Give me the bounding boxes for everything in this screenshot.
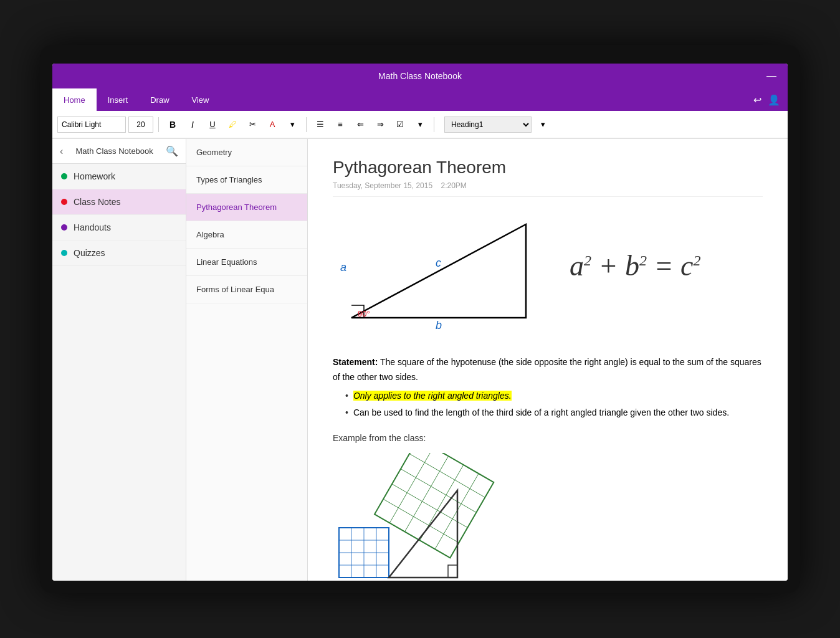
- page-item-algebra[interactable]: Algebra: [186, 221, 307, 249]
- bullet-list: • Only applies to the right angled trian…: [345, 389, 763, 421]
- section-label-quizzes: Quizzes: [74, 248, 105, 258]
- svg-text:b: b: [436, 319, 442, 331]
- format-dropdown-button[interactable]: ▾: [284, 117, 301, 133]
- section-dot-quizzes: [61, 250, 67, 256]
- main-area: ‹ Math Class Notebook 🔍 Homework Class N…: [52, 139, 788, 581]
- app-window: Math Class Notebook — Home Insert Draw V…: [52, 64, 788, 581]
- svg-text:c: c: [436, 257, 441, 269]
- undo-button[interactable]: ↩: [753, 94, 761, 106]
- note-date-text: Tuesday, September 15, 2015: [333, 181, 432, 190]
- tab-draw[interactable]: Draw: [139, 88, 180, 111]
- sections-header: ‹ Math Class Notebook 🔍: [52, 139, 186, 164]
- ribbon-toolbar: B I U 🖊 ✂ A ▾ ☰ ≡ ⇐ ⇒ ☑ ▾ Heading1 Headi…: [52, 111, 788, 138]
- formula-text: a2 + b2 = c2: [570, 249, 701, 282]
- section-label-handouts: Handouts: [74, 222, 111, 232]
- section-dot-handouts: [61, 224, 67, 231]
- back-button[interactable]: ‹: [60, 146, 63, 157]
- heading-selector[interactable]: Heading1 Heading2 Normal: [444, 117, 532, 133]
- pages-panel: Geometry Types of Triangles Pythagorean …: [186, 139, 308, 581]
- bullet-text-2: Can be used to find the length of the th…: [353, 406, 729, 421]
- bullet-item-1: • Only applies to the right angled trian…: [345, 389, 763, 404]
- ribbon-tabs: Home Insert Draw View ↩ 👤: [52, 88, 788, 111]
- clear-format-button[interactable]: A: [264, 117, 281, 133]
- statement-section: Statement: The square of the hypotenuse …: [333, 355, 763, 421]
- user-button[interactable]: 👤: [768, 94, 780, 106]
- font-name-input[interactable]: [57, 117, 126, 133]
- bullet-text-1: Only applies to the right angled triangl…: [353, 389, 512, 404]
- statement-bold-label: Statement:: [333, 357, 378, 367]
- title-bar: Math Class Notebook —: [52, 64, 788, 88]
- minimize-button[interactable]: —: [763, 69, 780, 83]
- divider-1: [158, 117, 159, 132]
- example-label: Example from the class:: [333, 433, 763, 443]
- section-dot-classnotes: [61, 199, 67, 205]
- page-item-linear-equations[interactable]: Linear Equations: [186, 249, 307, 276]
- page-item-types-of-triangles[interactable]: Types of Triangles: [186, 166, 307, 194]
- section-item-quizzes[interactable]: Quizzes: [52, 240, 186, 266]
- svg-marker-0: [351, 224, 526, 318]
- task-dropdown-button[interactable]: ▾: [411, 117, 429, 133]
- heading-dropdown-button[interactable]: ▾: [534, 117, 551, 133]
- tab-home[interactable]: Home: [52, 88, 97, 111]
- format-painter-button[interactable]: ✂: [244, 117, 261, 133]
- title-bar-text: Math Class Notebook: [378, 71, 462, 81]
- indent-increase-button[interactable]: ⇒: [371, 117, 389, 133]
- notebook-title-label: Math Class Notebook: [76, 146, 153, 156]
- section-item-homework[interactable]: Homework: [52, 164, 186, 189]
- svg-text:90°: 90°: [358, 309, 370, 318]
- font-size-input[interactable]: [128, 117, 153, 133]
- page-item-forms-of-linear[interactable]: Forms of Linear Equa: [186, 276, 307, 303]
- page-item-pythagorean-theorem[interactable]: Pythagorean Theorem: [186, 194, 307, 221]
- bullet-item-2: • Can be used to find the length of the …: [345, 406, 763, 421]
- section-item-handouts[interactable]: Handouts: [52, 215, 186, 240]
- diagram-area: a c b 90° a2 + b2 = c2: [333, 212, 763, 336]
- section-label-classnotes: Class Notes: [74, 197, 120, 207]
- note-title: Pythagorean Theorem: [333, 158, 763, 178]
- bullet-dot-2: •: [345, 406, 348, 421]
- highlight-button[interactable]: 🖊: [224, 117, 241, 133]
- bullet-dot-1: •: [345, 389, 348, 404]
- section-item-classnotes[interactable]: Class Notes: [52, 189, 186, 215]
- sections-panel: ‹ Math Class Notebook 🔍 Homework Class N…: [52, 139, 186, 581]
- bullet-list-button[interactable]: ☰: [312, 117, 329, 133]
- note-time-text: 2:20PM: [441, 181, 466, 190]
- svg-text:a: a: [340, 261, 346, 274]
- triangle-diagram: a c b 90°: [333, 212, 532, 336]
- divider-2: [306, 117, 307, 132]
- highlighted-text: Only applies to the right angled triangl…: [353, 391, 512, 401]
- formula-display: a2 + b2 = c2: [570, 212, 701, 282]
- title-bar-controls: —: [763, 69, 780, 83]
- bold-button[interactable]: B: [164, 117, 181, 133]
- statement-body-text: The square of the hypotenuse (the side o…: [333, 357, 761, 382]
- italic-button[interactable]: I: [184, 117, 201, 133]
- numbered-list-button[interactable]: ≡: [332, 117, 349, 133]
- note-content: Pythagorean Theorem Tuesday, September 1…: [308, 139, 788, 581]
- section-dot-homework: [61, 173, 67, 179]
- task-button[interactable]: ☑: [391, 117, 409, 133]
- indent-decrease-button[interactable]: ⇐: [351, 117, 369, 133]
- tab-view[interactable]: View: [181, 88, 221, 111]
- page-item-geometry[interactable]: Geometry: [186, 139, 307, 166]
- section-label-homework: Homework: [74, 171, 115, 181]
- search-button[interactable]: 🔍: [166, 145, 178, 157]
- tab-insert[interactable]: Insert: [97, 88, 140, 111]
- divider-3: [434, 117, 434, 132]
- ribbon: Home Insert Draw View ↩ 👤 B I U 🖊 ✂: [52, 88, 788, 139]
- note-date: Tuesday, September 15, 2015 2:20PM: [333, 181, 763, 197]
- grid-squares-diagram: [333, 453, 507, 581]
- device-frame: Math Class Notebook — Home Insert Draw V…: [40, 45, 800, 593]
- svg-rect-5: [375, 453, 494, 558]
- underline-button[interactable]: U: [204, 117, 221, 133]
